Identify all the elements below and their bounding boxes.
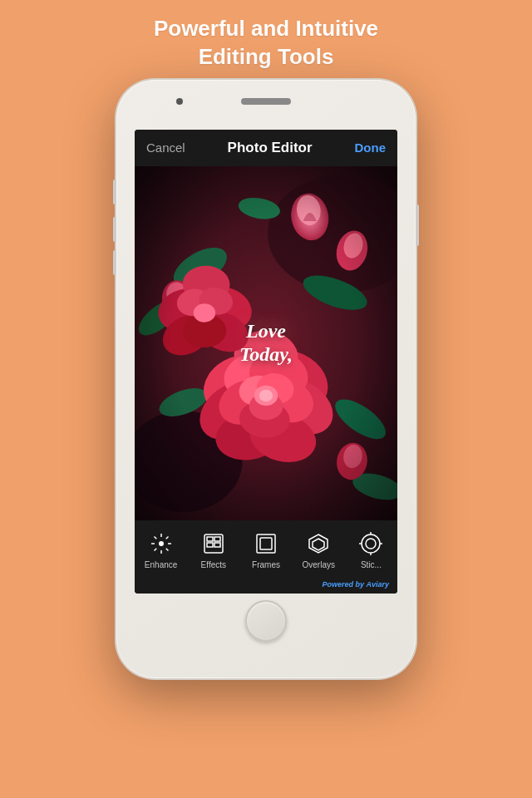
frames-label: Frames [252,560,280,569]
overlays-label: Overlays [302,560,334,569]
svg-line-50 [165,548,168,550]
phone-top [116,80,416,130]
stickers-icon [357,530,384,557]
app-title: Photo Editor [228,140,313,156]
stickers-label: Stic... [361,560,382,569]
effects-icon [200,530,227,557]
tool-frames[interactable]: Frames [239,527,292,569]
svg-rect-60 [260,538,272,549]
svg-rect-56 [214,537,220,541]
tool-enhance[interactable]: Enhance [135,527,187,569]
svg-point-64 [366,539,376,549]
svg-line-49 [154,536,156,539]
done-button[interactable]: Done [355,140,387,155]
camera-icon [176,98,183,105]
svg-point-53 [159,541,164,546]
tool-overlays[interactable]: Overlays [293,527,345,569]
speaker [241,98,291,105]
headline-text: Powerful and Intuitive Editing Tools [129,0,403,80]
powered-by: Powered by Aviary [322,580,389,589]
enhance-label: Enhance [145,560,177,569]
headline-container: Powerful and Intuitive Editing Tools [129,0,403,80]
top-bar: Cancel Photo Editor Done [135,130,397,166]
enhance-icon [148,530,175,557]
screen: Cancel Photo Editor Done [135,130,397,594]
effects-label: Effects [201,560,226,569]
svg-marker-62 [313,539,324,550]
svg-rect-57 [207,543,213,547]
frames-icon [253,530,279,557]
phone-shell: Cancel Photo Editor Done [116,80,416,678]
svg-line-52 [154,548,156,550]
toolbar: Enhance Effects [135,520,397,594]
svg-rect-55 [207,537,213,541]
overlays-icon [305,530,332,557]
svg-rect-58 [214,543,220,547]
tool-stickers[interactable]: Stic... [345,527,397,569]
cancel-button[interactable]: Cancel [146,140,185,155]
photo-canvas[interactable]: Love Today, [135,166,397,520]
photo-overlay-text: Love Today, [239,319,293,367]
home-button[interactable] [245,600,287,642]
svg-line-51 [165,536,168,539]
tool-effects[interactable]: Effects [187,527,239,569]
